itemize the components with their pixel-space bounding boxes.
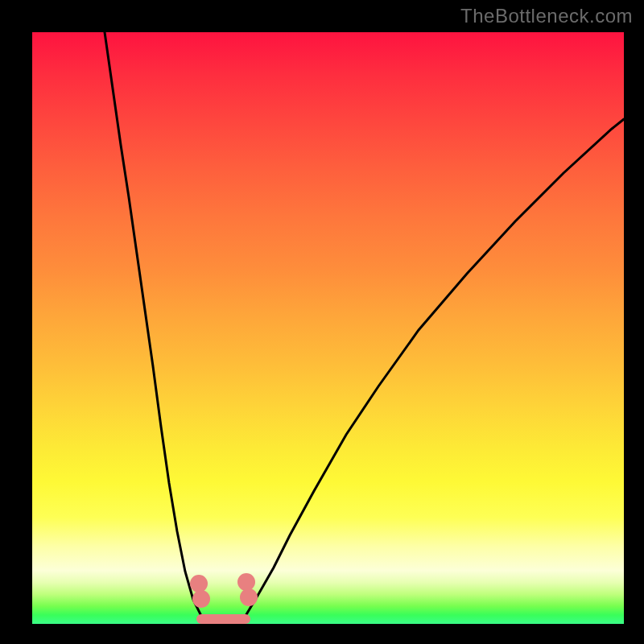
plot-area bbox=[32, 32, 624, 624]
watermark-label: TheBottleneck.com bbox=[460, 5, 633, 27]
right-marker-bottom-icon bbox=[240, 588, 258, 606]
right-marker-icon bbox=[237, 573, 255, 591]
left-marker-icon bbox=[190, 575, 208, 592]
right-curve bbox=[246, 119, 624, 616]
curve-overlay bbox=[32, 32, 624, 624]
left-marker-bottom-icon bbox=[192, 590, 210, 608]
chart-frame: TheBottleneck.com bbox=[0, 0, 644, 644]
left-curve bbox=[105, 32, 201, 616]
